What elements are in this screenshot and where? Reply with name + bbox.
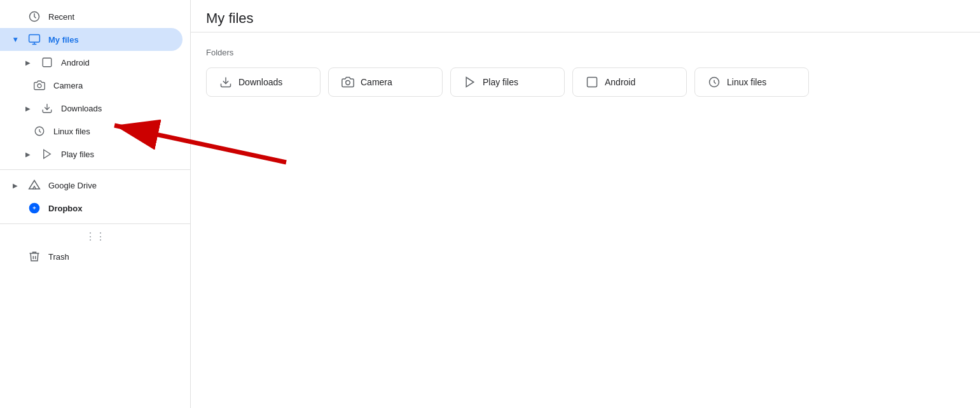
my-files-chevron: ▾ xyxy=(10,34,20,45)
drag-handle[interactable]: ⋮⋮ xyxy=(0,228,190,245)
svg-rect-4 xyxy=(43,58,52,67)
sidebar-item-trash-label: Trash xyxy=(48,252,172,262)
folder-android[interactable]: Android xyxy=(572,67,687,97)
sidebar-item-play-files-label: Play files xyxy=(61,150,172,159)
sidebar: Recent ▾ My files ▶ Android xyxy=(0,0,191,408)
downloads-chevron: ▶ xyxy=(23,103,33,113)
downloads-icon xyxy=(41,102,53,115)
dropbox-chevron-spacer xyxy=(10,203,20,213)
trash-chevron-spacer xyxy=(10,251,20,262)
sidebar-item-linux-files[interactable]: Linux files xyxy=(0,120,183,143)
folder-play-files-icon xyxy=(464,76,476,88)
google-drive-icon xyxy=(28,179,41,192)
svg-rect-14 xyxy=(588,78,597,87)
sidebar-item-android-label: Android xyxy=(61,58,172,67)
camera-icon xyxy=(33,79,46,92)
dropbox-icon: + xyxy=(28,202,41,215)
sidebar-item-recent[interactable]: Recent xyxy=(0,5,183,28)
folder-downloads-label: Downloads xyxy=(238,77,282,87)
folder-camera-label: Camera xyxy=(361,77,392,87)
folder-linux-files-icon xyxy=(708,76,721,88)
folders-grid: Downloads Camera Play xyxy=(206,67,965,97)
sidebar-item-camera-label: Camera xyxy=(53,81,172,90)
sidebar-item-downloads-label: Downloads xyxy=(61,104,172,113)
folder-play-files-label: Play files xyxy=(483,77,518,87)
linux-icon xyxy=(33,125,46,137)
sidebar-item-dropbox[interactable]: + Dropbox xyxy=(0,197,183,220)
folder-downloads-icon xyxy=(219,76,232,88)
folder-play-files[interactable]: Play files xyxy=(450,67,565,97)
page-title: My files xyxy=(206,10,965,27)
sidebar-item-recent-label: Recent xyxy=(48,12,172,22)
google-drive-chevron: ▶ xyxy=(10,180,20,190)
svg-text:+: + xyxy=(32,205,36,211)
svg-marker-13 xyxy=(466,78,474,87)
sidebar-item-linux-files-label: Linux files xyxy=(53,127,172,136)
main-content: My files Folders Downloads xyxy=(191,0,980,408)
android-chevron: ▶ xyxy=(23,57,33,67)
sidebar-item-trash[interactable]: Trash xyxy=(0,245,183,268)
sidebar-item-my-files-label: My files xyxy=(48,35,172,45)
sidebar-item-google-drive-label: Google Drive xyxy=(48,181,172,190)
android-icon xyxy=(41,56,53,69)
folder-linux-files[interactable]: Linux files xyxy=(694,67,809,97)
folder-downloads[interactable]: Downloads xyxy=(206,67,321,97)
sidebar-item-dropbox-label: Dropbox xyxy=(48,204,172,213)
sidebar-item-camera[interactable]: Camera xyxy=(0,74,183,97)
sidebar-item-android[interactable]: ▶ Android xyxy=(0,51,183,74)
sidebar-item-google-drive[interactable]: ▶ Google Drive xyxy=(0,174,183,197)
recent-chevron-spacer xyxy=(10,11,20,22)
folder-android-icon xyxy=(586,76,598,88)
sidebar-item-downloads[interactable]: ▶ Downloads xyxy=(0,97,183,120)
recent-icon xyxy=(28,10,41,23)
main-body: Folders Downloads xyxy=(191,32,980,408)
play-files-icon xyxy=(41,148,53,160)
folder-camera-icon xyxy=(342,76,354,88)
trash-icon xyxy=(28,250,41,263)
svg-marker-8 xyxy=(44,150,51,158)
my-files-icon xyxy=(28,33,41,46)
folder-linux-files-label: Linux files xyxy=(727,77,766,87)
folders-section-label: Folders xyxy=(206,48,965,57)
folder-camera[interactable]: Camera xyxy=(328,67,443,97)
svg-point-5 xyxy=(38,84,41,88)
sidebar-item-my-files[interactable]: ▾ My files xyxy=(0,28,183,51)
play-files-chevron: ▶ xyxy=(23,149,33,159)
sidebar-item-play-files[interactable]: ▶ Play files xyxy=(0,143,183,165)
folder-android-label: Android xyxy=(605,77,635,87)
divider-1 xyxy=(0,169,190,170)
svg-rect-1 xyxy=(29,35,40,43)
svg-point-12 xyxy=(346,81,350,85)
divider-2 xyxy=(0,223,190,224)
main-header: My files xyxy=(191,0,980,32)
